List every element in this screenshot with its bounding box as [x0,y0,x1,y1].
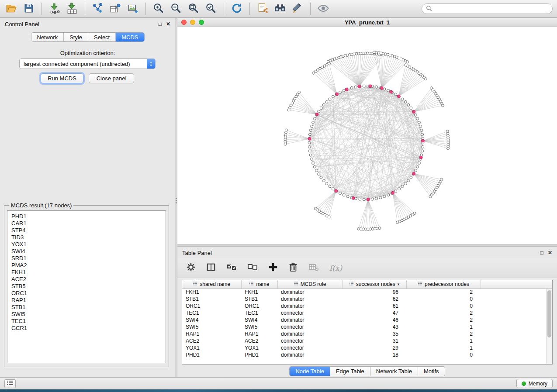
table-tab-motifs[interactable]: Motifs [418,366,445,376]
mcds-node[interactable] [345,88,348,91]
close-panel-button-mcds[interactable]: Close panel [89,73,134,83]
show-columns-button[interactable] [206,262,216,273]
network-node[interactable] [363,85,365,87]
network-node[interactable] [414,113,417,116]
network-node[interactable] [404,100,407,103]
network-graph[interactable] [177,27,557,244]
network-node[interactable] [343,89,345,92]
network-node[interactable] [420,129,423,132]
save-session-button[interactable] [22,2,36,16]
network-node[interactable] [359,198,361,200]
network-node[interactable] [332,95,334,98]
tab-network[interactable]: Network [31,33,64,41]
network-node[interactable] [313,165,316,168]
mcds-node[interactable] [412,172,415,175]
network-node[interactable] [328,216,330,218]
table-row[interactable]: ORC1ORC1dominator610 [182,303,552,309]
table-row[interactable]: SWI4SWI4dominator462 [182,316,552,323]
column-header-successor-nodes[interactable]: successor nodes▾ [342,280,406,289]
mcds-node[interactable] [412,110,415,113]
network-node[interactable] [309,129,312,132]
network-node[interactable] [416,165,419,168]
column-header-mcds-role[interactable]: MCDS role [277,280,342,289]
network-node[interactable] [394,190,397,193]
network-window-titlebar[interactable]: YPA_prune.txt_1 [177,18,557,27]
apply-style-button[interactable] [291,2,304,16]
network-node[interactable] [375,86,378,88]
mcds-node[interactable] [352,196,355,199]
network-node[interactable] [383,195,386,198]
zoom-fit-button[interactable] [187,2,201,16]
network-node[interactable] [440,178,443,181]
mcds-node[interactable] [397,95,400,98]
network-node[interactable] [318,173,320,175]
tab-style[interactable]: Style [64,33,88,41]
select-all-button[interactable] [226,262,237,274]
network-node[interactable] [312,162,315,164]
network-node[interactable] [311,125,313,128]
mcds-node[interactable] [308,137,311,140]
network-node[interactable] [421,150,424,152]
table-row[interactable]: FKH1FKH1dominator962 [182,289,552,296]
network-node[interactable] [318,110,320,113]
network-node[interactable] [405,64,407,66]
mcds-node[interactable] [315,113,318,116]
mcds-node[interactable] [336,93,339,96]
network-node[interactable] [287,109,290,111]
network-node[interactable] [339,91,342,93]
table-row[interactable]: SWI5SWI5connector431 [182,323,552,330]
network-node[interactable] [383,88,386,90]
network-node[interactable] [373,51,375,54]
network-node[interactable] [339,192,342,195]
network-node[interactable] [421,133,424,136]
network-node[interactable] [404,182,407,185]
network-node[interactable] [413,212,416,215]
network-node[interactable] [329,185,331,188]
tab-mcds[interactable]: MCDS [116,33,144,41]
find-button[interactable] [273,2,287,16]
close-panel-button[interactable]: ✕ [166,21,170,27]
open-file-button[interactable] [4,2,18,16]
mcds-node[interactable] [335,189,338,193]
network-node[interactable] [325,182,328,185]
network-node[interactable] [387,89,390,92]
network-node[interactable] [414,169,417,172]
table-tab-node-table[interactable]: Node Table [289,366,330,376]
network-node[interactable] [308,150,311,152]
import-table-button[interactable] [65,2,79,16]
network-node[interactable] [284,143,287,145]
mcds-node[interactable] [421,139,424,142]
minimize-window-button[interactable] [190,20,195,25]
column-header-predecessor-nodes[interactable]: predecessor nodes [406,280,481,289]
column-header-name[interactable]: name [241,280,277,289]
mcds-node[interactable] [369,85,372,88]
network-node[interactable] [363,198,365,201]
add-column-button[interactable] [268,262,278,273]
network-node[interactable] [308,141,311,144]
network-node[interactable] [309,154,312,156]
mcds-node[interactable] [389,90,392,93]
table-row[interactable]: STB1STB1dominator620 [182,296,552,303]
network-node[interactable] [398,188,401,190]
network-node[interactable] [325,100,328,103]
network-node[interactable] [313,117,316,120]
zoom-out-button[interactable] [169,2,183,16]
network-node[interactable] [354,86,357,88]
maximize-window-button[interactable] [199,20,204,25]
show-hide-button[interactable] [316,2,330,16]
network-node[interactable] [387,194,390,196]
network-node[interactable] [371,198,374,200]
network-node[interactable] [410,107,412,110]
network-node[interactable] [350,86,353,89]
network-node[interactable] [407,103,410,106]
network-node[interactable] [346,195,349,198]
delete-table-button[interactable] [308,262,319,274]
network-node[interactable] [407,179,410,182]
network-node[interactable] [312,72,315,74]
close-window-button[interactable] [181,20,187,25]
float-table-panel-button[interactable]: □ [540,250,543,256]
mcds-node[interactable] [380,87,383,90]
table-tab-edge-table[interactable]: Edge Table [330,366,370,376]
mcds-node[interactable] [367,198,370,201]
table-tab-network-table[interactable]: Network Table [370,366,418,376]
